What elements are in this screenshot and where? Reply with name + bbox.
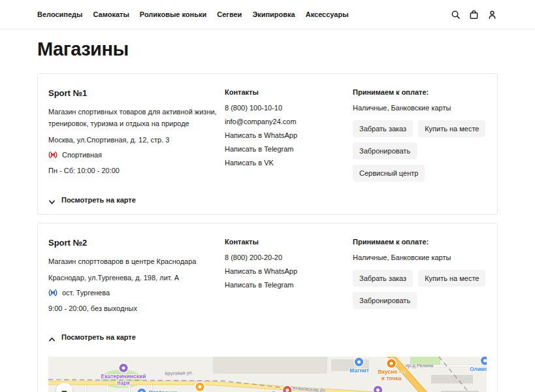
page-title: Магазины — [37, 39, 498, 60]
poi-label: Вкусно —и точка — [378, 369, 405, 382]
store-metro-row: Спортивная — [48, 150, 225, 159]
show-on-map-toggle-store2[interactable]: Посмотреть на карте — [48, 333, 487, 341]
store2-contacts-column: Контакты 8 (800) 200-20-20 Написать в Wh… — [225, 234, 353, 319]
service-tags: Забрать заказ Купить на месте Заброниров… — [353, 120, 487, 182]
nav-item-accessories[interactable]: Аксессуары — [306, 10, 349, 18]
map-markers: ЕкатерининскийпаркПятёрочкаFly ZoneМагни… — [48, 357, 487, 392]
contacts-title: Контакты — [225, 88, 353, 96]
store-phone[interactable]: 8 (800) 200-20-20 — [225, 253, 353, 261]
show-on-map-label: Посмотреть на карте — [61, 196, 136, 204]
tag-buy-local: Купить на месте — [418, 270, 485, 287]
service-tags: Забрать заказ Купить на месте Заброниров… — [353, 270, 487, 309]
store2-map[interactable]: ЕкатерининскийпаркПятёрочкаFly ZoneМагни… — [48, 357, 487, 392]
poi-dot-icon — [195, 383, 204, 391]
store-description: Магазин спорттоваров в центре Краснодара — [48, 255, 223, 267]
store-name: Sport №2 — [48, 238, 225, 248]
store-hours: 9:00 - 20:00, без выходных — [48, 302, 225, 314]
store-name: Sport №1 — [48, 88, 225, 98]
nav-item-equipment[interactable]: Экипировка — [252, 10, 295, 18]
poi-label: Екатерининскийпарк — [101, 374, 146, 387]
show-on-map-toggle-store1[interactable]: Посмотреть на карте — [48, 196, 487, 204]
metro-station-label: Спортивная — [62, 151, 102, 159]
map-street-label: пр-д Репина — [406, 363, 434, 368]
poi-dot-icon — [355, 358, 363, 367]
chevron-up-icon — [48, 334, 56, 341]
store1-info-column: Sport №1 Магазин спортивных товаров для … — [48, 84, 225, 182]
payment-title: Принимаем к оплате: — [353, 238, 487, 246]
map-poi-marker[interactable]: Магнит — [349, 358, 369, 374]
store-description: Магазин спортивных товаров для активной … — [48, 106, 223, 129]
whatsapp-link[interactable]: Написать в WhatsApp — [225, 131, 353, 139]
poi-label: Пятёрочка — [148, 390, 177, 392]
nav-item-segways[interactable]: Сегвеи — [217, 10, 242, 18]
map-poi-marker[interactable]: Екатерининскийпарк — [101, 364, 146, 387]
main-nav: Велосипеды Самокаты Роликовые коньки Сег… — [37, 10, 349, 18]
contacts-title: Контакты — [225, 238, 353, 246]
tag-buy-local: Купить на месте — [418, 120, 485, 137]
map-poi-marker[interactable]: Пятёрочка — [137, 389, 180, 392]
poi-label: Олимп Кра — [470, 367, 487, 373]
header-icons — [449, 8, 498, 20]
poi-label: Магнит — [349, 368, 369, 374]
store2-payment-column: Принимаем к оплате: Наличные, Банковские… — [353, 234, 487, 319]
store-address: Краснодар, ул.Тургенева, д. 198, лит. А — [48, 272, 225, 284]
payment-title: Принимаем к оплате: — [353, 88, 487, 96]
user-icon[interactable] — [486, 8, 498, 20]
nav-item-bicycles[interactable]: Велосипеды — [37, 10, 83, 18]
tag-reserve: Забронировать — [353, 142, 417, 159]
store1-payment-column: Принимаем к оплате: Наличные, Банковские… — [353, 84, 487, 182]
store-card-sport1: Sport №1 Магазин спортивных товаров для … — [37, 73, 498, 215]
payment-methods: Наличные, Банковские карты — [353, 253, 487, 261]
store-metro-row: ост. Тургенева — [48, 288, 225, 297]
store-address: Москва, ул.Спортивная, д. 12, стр. 3 — [48, 134, 225, 146]
poi-dot-icon — [387, 359, 395, 368]
map-poi-marker[interactable]: Orange Fitness — [358, 386, 398, 392]
transit-stop-label: ост. Тургенева — [62, 289, 110, 297]
map-street-label: Круговая ул. — [165, 370, 193, 377]
store-phone[interactable]: 8 (800) 100-10-10 — [225, 104, 353, 112]
tag-pickup: Забрать заказ — [353, 270, 413, 287]
show-on-map-label: Посмотреть на карте — [61, 333, 136, 341]
whatsapp-link[interactable]: Написать в WhatsApp — [225, 267, 353, 275]
poi-dot-icon — [374, 386, 382, 392]
nav-item-rollerskates[interactable]: Роликовые коньки — [140, 10, 206, 18]
telegram-link[interactable]: Написать в Telegram — [225, 145, 353, 153]
transit-stop-icon — [48, 288, 57, 297]
store-card-sport2: Sport №2 Магазин спорттоваров в центре К… — [37, 223, 498, 392]
poi-dot-icon — [137, 389, 146, 392]
metro-icon — [48, 150, 57, 159]
payment-methods: Наличные, Банковские карты — [353, 104, 487, 112]
store-hours: Пн - Сб: 10:00 - 20:00 — [48, 165, 225, 176]
top-navigation-bar: Велосипеды Самокаты Роликовые коньки Сег… — [0, 0, 535, 29]
store2-info-column: Sport №2 Магазин спорттоваров в центре К… — [48, 234, 225, 319]
map-poi-marker[interactable]: Олимп Кра — [470, 357, 487, 372]
search-icon[interactable] — [449, 8, 461, 20]
nav-item-scooters[interactable]: Самокаты — [93, 10, 129, 18]
store-email[interactable]: info@company24.com — [225, 118, 353, 125]
tag-service-center: Сервисный центр — [353, 165, 425, 182]
poi-dot-icon — [480, 357, 487, 365]
vk-link[interactable]: Написать в VK — [225, 159, 353, 167]
store1-contacts-column: Контакты 8 (800) 100-10-10 info@company2… — [225, 84, 353, 182]
poi-dot-icon — [119, 364, 127, 372]
telegram-link[interactable]: Написать в Telegram — [225, 281, 353, 289]
map-poi-marker[interactable]: Fly Zone — [189, 383, 212, 392]
chevron-down-icon — [48, 197, 56, 204]
cart-bag-icon[interactable] — [468, 8, 479, 20]
tag-pickup: Забрать заказ — [353, 120, 413, 137]
map-poi-marker[interactable]: Вкусно —и точка — [378, 359, 405, 382]
tag-reserve: Забронировать — [353, 292, 417, 309]
map-poi-marker[interactable]: Стоматология№ 3 — [268, 386, 306, 392]
poi-dot-icon — [283, 386, 291, 392]
